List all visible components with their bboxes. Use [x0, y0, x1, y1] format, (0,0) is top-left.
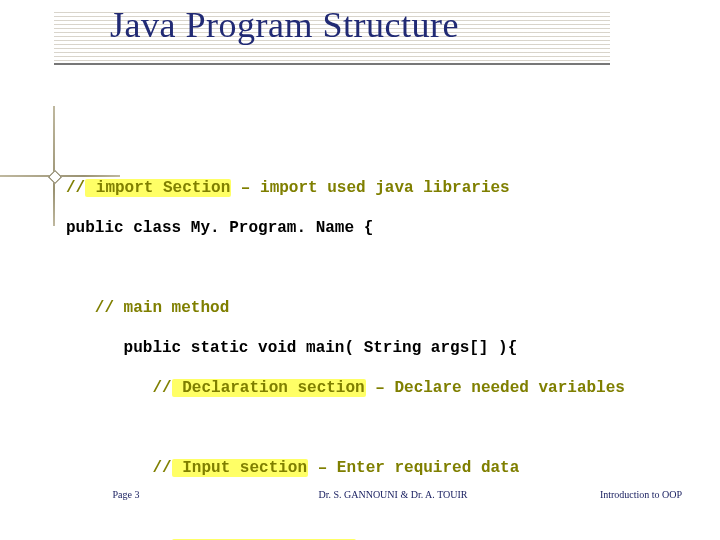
code-line: // main method — [66, 298, 694, 318]
code-line: // import Section – import used java lib… — [66, 178, 694, 198]
code-line: public class My. Program. Name { — [66, 218, 694, 238]
section-label: Input section — [172, 459, 308, 477]
accent-crosshair — [44, 166, 64, 186]
slide: Java Program Structure // import Section… — [0, 0, 720, 540]
blank-line — [66, 498, 694, 518]
comment-prefix: // — [66, 379, 172, 397]
slide-title: Java Program Structure — [110, 4, 459, 46]
section-label: Declaration section — [172, 379, 366, 397]
code-block: // import Section – import used java lib… — [66, 158, 694, 540]
comment-text: // main method — [66, 299, 229, 317]
blank-line — [66, 418, 694, 438]
comment-prefix: // — [66, 179, 85, 197]
code-line: public static void main( String args[] )… — [66, 338, 694, 358]
blank-line — [66, 258, 694, 278]
comment-text: – Declare needed variables — [366, 379, 625, 397]
comment-text: – Enter required data — [308, 459, 519, 477]
comment-prefix: // — [66, 459, 172, 477]
code-line: // Input section – Enter required data — [66, 458, 694, 478]
comment-text: – import used java libraries — [231, 179, 509, 197]
code-line: // Declaration section – Declare needed … — [66, 378, 694, 398]
section-label: import Section — [85, 179, 231, 197]
